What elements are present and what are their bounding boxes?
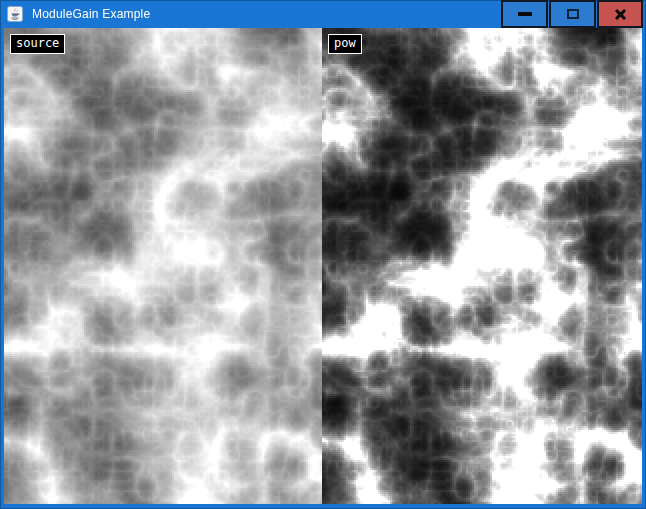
app-window: ModuleGain Example source pow [0, 0, 646, 509]
minimize-icon [518, 12, 532, 16]
java-logo-icon [7, 6, 23, 22]
window-title: ModuleGain Example [32, 7, 150, 21]
window-controls [500, 0, 643, 28]
pow-noise-image [322, 28, 642, 504]
panel-source: source [4, 28, 322, 504]
content-area: source pow [4, 28, 642, 504]
maximize-button[interactable] [549, 0, 596, 28]
close-icon [614, 8, 627, 21]
panel-pow: pow [322, 28, 642, 504]
source-label: source [10, 34, 65, 54]
maximize-icon [567, 9, 579, 19]
source-noise-image [4, 28, 322, 504]
close-button[interactable] [597, 0, 643, 28]
pow-label: pow [328, 34, 362, 54]
minimize-button[interactable] [501, 0, 548, 28]
titlebar[interactable]: ModuleGain Example [0, 0, 646, 28]
